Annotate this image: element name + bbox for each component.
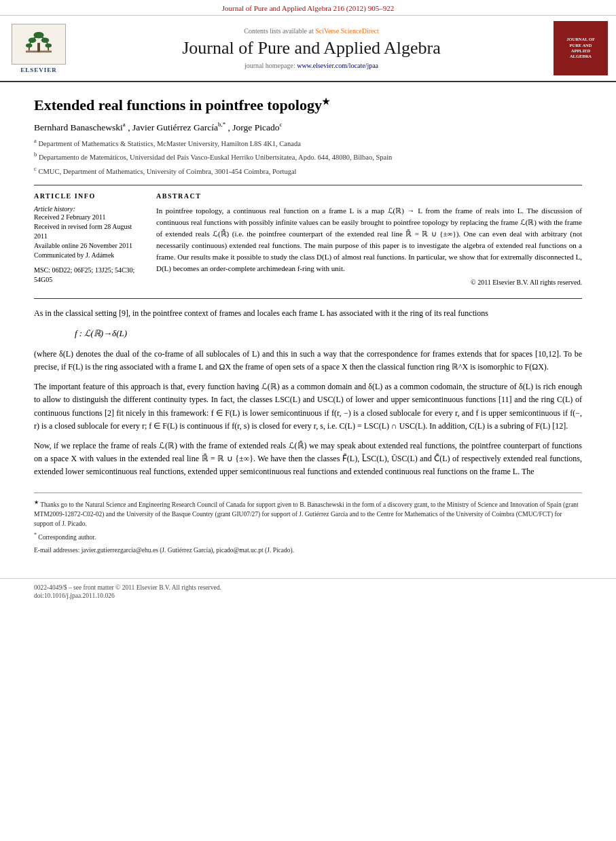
msc-section: MSC: 06D22; 06F25; 13J25; 54C30; 54G05 (34, 266, 143, 285)
affiliation-c: c CMUC, Department of Mathematics, Unive… (34, 164, 582, 177)
footnote-email: E-mail addresses: javier.gutierrezgarcia… (34, 545, 582, 555)
affiliation-a: a Department of Mathematics & Statistics… (34, 137, 582, 149)
logo-right-line3: APPLIED (571, 48, 591, 54)
affiliation-b: b Departamento de Matemáticos, Universid… (34, 150, 582, 162)
abstract-heading: ABSTRACT (156, 192, 582, 200)
svg-point-3 (29, 37, 36, 43)
history-label: Article history: (34, 205, 143, 213)
article-title: Extended real functions in pointfree top… (34, 96, 582, 115)
communicated-by: Communicated by J. Adámek (34, 251, 143, 260)
journal-logo-box: JOURNAL OF PURE AND APPLIED ALGEBRA (554, 21, 608, 75)
abstract-body: In pointfree topology, a continuous real… (156, 205, 582, 274)
article-info-abstract-section: ARTICLE INFO Article history: Received 2… (34, 185, 582, 290)
article-info-column: ARTICLE INFO Article history: Received 2… (34, 192, 143, 290)
issn-line: 0022-4049/$ – see front matter © 2011 El… (34, 584, 582, 591)
msc-codes: MSC: 06D22; 06F25; 13J25; 54C30; 54G05 (34, 266, 143, 285)
doi-line: doi:10.1016/j.jpaa.2011.10.026 (34, 592, 582, 599)
article-history-section: Article history: Received 2 February 201… (34, 205, 143, 260)
received-date: Received 2 February 2011 (34, 213, 143, 222)
author3-name: , Jorge Picado (228, 122, 280, 132)
body-text: As in the classical setting [9], in the … (34, 307, 582, 479)
available-date: Available online 26 November 2011 (34, 241, 143, 251)
body-paragraph-2: (where δ(L) denotes the dual of the co-f… (34, 348, 582, 374)
footnote-section: ★ Thanks go to the Natural Science and E… (34, 493, 582, 556)
elsevier-logo-section: ELSEVIER (8, 24, 69, 73)
article-info-heading: ARTICLE INFO (34, 192, 143, 200)
authors-line: Bernhard Banaschewskia , Javier Gutiérre… (34, 121, 582, 133)
svg-point-6 (46, 43, 52, 48)
abstract-column: ABSTRACT In pointfree topology, a contin… (156, 192, 582, 290)
elsevier-label-text: ELSEVIER (20, 67, 57, 73)
journal-title: Journal of Pure and Applied Algebra (76, 37, 547, 58)
logo-right-line4: ALGEBRA (570, 54, 592, 59)
sciverse-line: Contents lists available at SciVerse Sci… (76, 27, 547, 35)
abstract-copyright: © 2011 Elsevier B.V. All rights reserved… (156, 279, 582, 286)
body-paragraph-4: Now, if we replace the frame of reals ℒ(… (34, 440, 582, 479)
journal-reference-bar: Journal of Pure and Applied Algebra 216 … (0, 0, 616, 16)
body-paragraph-3: The important feature of this approach i… (34, 380, 582, 433)
svg-point-5 (26, 43, 33, 48)
logo-right-line2: PURE AND (569, 43, 592, 48)
body-paragraph-1: As in the classical setting [9], in the … (34, 307, 582, 320)
bottom-bar: 0022-4049/$ – see front matter © 2011 El… (0, 578, 616, 606)
author3-sup: c (279, 121, 282, 128)
logo-right-line1: JOURNAL OF (566, 37, 595, 42)
author2-sup: b,* (218, 121, 225, 128)
elsevier-tree-icon (22, 31, 56, 57)
revised-date: Received in revised form 28 August 2011 (34, 222, 143, 241)
content-divider (34, 298, 582, 299)
homepage-link[interactable]: www.elsevier.com/locate/jpaa (297, 62, 378, 69)
svg-point-7 (37, 44, 40, 47)
svg-point-2 (33, 31, 43, 38)
journal-reference-text: Journal of Pure and Applied Algebra 216 … (222, 4, 395, 12)
journal-header: ELSEVIER Contents lists available at Sci… (0, 16, 616, 82)
journal-center-section: Contents lists available at SciVerse Sci… (76, 27, 547, 69)
elsevier-logo (12, 24, 66, 65)
title-footnote-marker: ★ (322, 96, 330, 107)
author1-sup: a (123, 121, 126, 128)
journal-homepage: journal homepage: www.elsevier.com/locat… (76, 62, 547, 69)
svg-point-4 (41, 37, 49, 43)
author1-name: Bernhard Banaschewski (34, 122, 123, 132)
author2-name: , Javier Gutiérrez García (128, 122, 218, 132)
footnote-star: ★ Thanks go to the Natural Science and E… (34, 499, 582, 529)
affiliations: a Department of Mathematics & Statistics… (34, 137, 582, 177)
math-formula-1: f : ℒ(ℝ)→δ(L) (75, 327, 582, 341)
svg-rect-8 (38, 47, 40, 50)
main-content: Extended real functions in pointfree top… (0, 82, 616, 571)
footnote-asterisk: * Corresponding author. (34, 531, 582, 542)
sciverse-link[interactable]: SciVerse ScienceDirect (315, 27, 379, 35)
